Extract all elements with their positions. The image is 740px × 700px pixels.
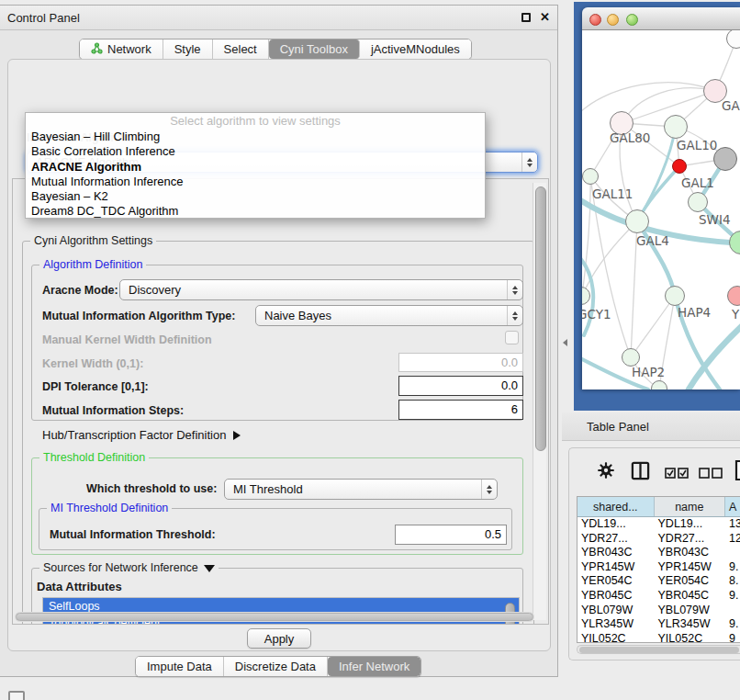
combo-stepper-icon	[507, 280, 522, 299]
tab-label: Select	[224, 42, 257, 56]
column-header[interactable]: name	[655, 497, 726, 516]
collapse-down-icon	[204, 565, 215, 572]
dpi-tolerance-field[interactable]: 0.0	[398, 376, 523, 396]
column-header[interactable]: shared...	[577, 497, 655, 516]
tab-label: Discretize Data	[235, 660, 316, 673]
vertical-scrollbar[interactable]	[533, 183, 546, 620]
table-row[interactable]: YPR145WYPR145W9.	[577, 560, 740, 575]
table-cell: YLR345W	[655, 617, 726, 632]
node-label: GAL4	[636, 233, 669, 248]
dropdown-placeholder: Select algorithm to view settings	[26, 113, 485, 130]
minimize-window-icon[interactable]	[607, 14, 619, 26]
manual-kernel-checkbox[interactable]	[505, 331, 519, 344]
expand-right-icon	[233, 431, 241, 440]
table-row[interactable]: YDR27...YDR27...12	[577, 532, 740, 547]
table-row[interactable]: YIL052CYIL052C9	[577, 632, 740, 643]
table-cell: YER054C	[655, 574, 726, 589]
tab-jactivemnodules[interactable]: jActiveMNodules	[360, 40, 471, 59]
table-cell: YBR045C	[577, 589, 655, 604]
zoom-window-icon[interactable]	[626, 14, 638, 26]
panel-title: Control Panel	[7, 11, 80, 25]
network-canvas[interactable]: GALGAL80GAL10GAL1GAL11GAL4SWI4GCY1HAP4YH…	[582, 30, 740, 390]
table-cell: 9.	[725, 560, 740, 575]
close-window-icon[interactable]	[589, 14, 601, 26]
network-node-hap4[interactable]	[665, 286, 685, 306]
tab-impute-data[interactable]: Impute Data	[136, 657, 224, 676]
select-all-checkboxes-icon[interactable]	[665, 466, 690, 482]
tab-discretize-data[interactable]: Discretize Data	[224, 657, 328, 676]
which-threshold-combo[interactable]: MI Threshold	[224, 479, 498, 500]
tab-network[interactable]: Network	[80, 40, 163, 59]
network-window-titlebar[interactable]	[582, 7, 740, 30]
horizontal-scrollbar[interactable]	[15, 612, 534, 622]
algorithm-option[interactable]: Dream8 DC_TDC Algorithm	[26, 204, 485, 219]
node-label: GCY1	[582, 307, 611, 322]
table-row[interactable]: YBL079WYBL079W	[577, 604, 740, 618]
splitter-collapse-icon[interactable]	[563, 339, 567, 346]
cyni-toolbox-panel: Inference Algorithm ARACNE Algorithm gal…	[7, 59, 551, 651]
scrollbar-thumb[interactable]	[579, 647, 739, 653]
algorithm-option-list: Bayesian – Hill ClimbingBasic Correlatio…	[26, 130, 485, 220]
hub-definition-expander[interactable]: Hub/Transcription Factor Definition	[42, 428, 241, 442]
tab-cyni-toolbox[interactable]: Cyni Toolbox	[269, 40, 360, 59]
new-table-icon[interactable]	[734, 459, 740, 485]
node-label: GAL	[722, 98, 740, 113]
combo-stepper-icon	[481, 480, 497, 499]
algorithm-option[interactable]: Bayesian – Hill Climbing	[26, 130, 485, 144]
close-panel-icon[interactable]: ✕	[540, 10, 550, 24]
aracne-mode-combo[interactable]: Discovery	[119, 279, 523, 300]
tab-label: Infer Network	[339, 660, 409, 673]
dpi-tolerance-label: DPI Tolerance [0,1]:	[42, 380, 149, 393]
node-label: GAL80	[610, 130, 650, 145]
float-window-icon[interactable]	[521, 13, 531, 22]
node-attribute-table[interactable]: shared...nameA YDL19...YDL19...13YDR27..…	[577, 496, 740, 643]
tab-select[interactable]: Select	[213, 40, 269, 59]
aracne-mode-label: Aracne Mode:	[42, 284, 118, 297]
column-header[interactable]: A	[725, 497, 740, 516]
network-node-gal11[interactable]	[582, 168, 599, 185]
table-row[interactable]: YDL19...YDL19...13	[577, 517, 740, 532]
network-node-gal10[interactable]	[664, 115, 688, 139]
algorithm-option[interactable]: Basic Correlation Inference	[26, 144, 485, 159]
gear-icon[interactable]	[597, 461, 615, 483]
node-label: GAL1	[681, 175, 714, 190]
table-row[interactable]: YER054CYER054C8.	[577, 574, 740, 589]
table-cell: 9	[725, 632, 740, 643]
tab-label: Network	[107, 42, 151, 56]
mi-steps-field[interactable]: 6	[398, 400, 523, 420]
table-cell: YPR145W	[655, 560, 726, 575]
mi-algorithm-type-label: Mutual Information Algorithm Type:	[42, 310, 235, 322]
hub-definition-label: Hub/Transcription Factor Definition	[42, 428, 226, 442]
table-cell	[725, 604, 740, 618]
minimized-panel-icon[interactable]	[8, 691, 25, 700]
table-row[interactable]: YLR345WYLR345W9.	[577, 617, 740, 632]
group-title: Sources for Network Inference	[39, 561, 219, 574]
network-node[interactable]	[713, 147, 737, 171]
tab-label: jActiveMNodules	[371, 42, 460, 56]
table-header-row: shared...nameA	[577, 497, 740, 517]
scrollbar-thumb[interactable]	[16, 613, 533, 621]
tab-style[interactable]: Style	[163, 40, 213, 59]
kernel-width-field[interactable]: 0.0	[398, 353, 523, 372]
apply-button[interactable]: Apply	[247, 628, 311, 649]
table-cell: YPR145W	[577, 560, 655, 575]
mi-threshold-field[interactable]: 0.5	[395, 525, 507, 545]
network-node-swi4[interactable]	[688, 192, 708, 212]
tab-infer-network[interactable]: Infer Network	[328, 657, 420, 676]
algorithm-option[interactable]: Mutual Information Inference	[26, 175, 485, 189]
table-row[interactable]: YBR045CYBR045C9.	[577, 589, 740, 604]
table-cell: YBR043C	[655, 546, 726, 560]
algorithm-option[interactable]: Bayesian – K2	[26, 189, 485, 204]
scrollbar-thumb[interactable]	[535, 186, 546, 451]
mi-algorithm-type-combo[interactable]: Naive Bayes	[255, 305, 523, 326]
table-row[interactable]: YBR043CYBR043C	[577, 546, 740, 560]
table-cell: 8.	[725, 574, 740, 589]
split-columns-icon[interactable]	[631, 461, 650, 484]
network-node-gal4[interactable]	[625, 209, 649, 233]
table-horizontal-scrollbar[interactable]	[577, 645, 740, 654]
network-node-gal1[interactable]	[672, 159, 687, 174]
clear-checkboxes-icon[interactable]	[699, 466, 723, 482]
network-node-hap2[interactable]	[622, 348, 640, 367]
algorithm-option[interactable]: ARACNE Algorithm	[26, 160, 485, 175]
table-body: YDL19...YDL19...13YDR27...YDR27...12YBR0…	[577, 517, 740, 643]
